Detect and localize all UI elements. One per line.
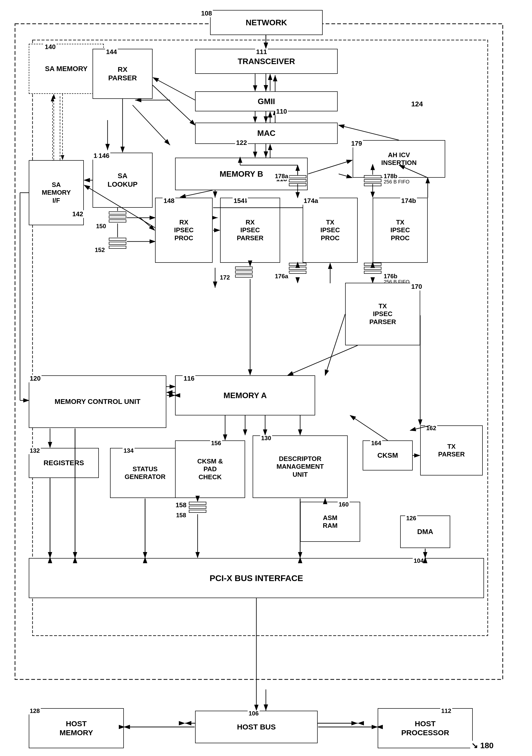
rx-parser-box: RX PARSER <box>92 49 153 99</box>
ref-124: 124 <box>410 100 424 108</box>
registers-ref: 132 <box>29 447 41 454</box>
svg-line-97 <box>308 160 352 174</box>
cksm-pad-box: CKSM & PAD CHECK <box>175 441 245 498</box>
svg-line-69 <box>325 314 345 375</box>
cksm-pad-ref: 156 <box>210 440 222 447</box>
tx-ipsec-parser-box: TX IPSEC PARSER <box>345 283 420 345</box>
fifo-176b <box>364 263 381 274</box>
status-gen-ref: 134 <box>123 447 135 454</box>
fifo-178b-sub: 256 B FIFO <box>383 179 411 185</box>
rx-parser-ref: 144 <box>105 48 118 56</box>
network-ref: 108 <box>200 10 213 17</box>
mac-ref: 122 <box>235 139 248 147</box>
fifo-178b <box>364 175 381 186</box>
host-memory-ref: 128 <box>29 708 41 715</box>
dma-ref: 126 <box>405 515 417 522</box>
mac-box: MAC <box>195 122 338 144</box>
asm-ram-ref: 160 <box>338 501 350 508</box>
fifo-158 <box>189 502 206 513</box>
sa-memory-if-ref: 142 <box>71 210 84 218</box>
fifo-178a-label: 178a <box>274 173 289 180</box>
fifo-150 <box>109 211 126 223</box>
tx-parser-box: TX PARSER <box>420 425 483 475</box>
diagram-container: NETWORK 108 TRANSCEIVER 111 GMII 110 MAC… <box>0 0 532 756</box>
asm-ram-box: ASM RAM <box>300 502 360 542</box>
memory-control-box: MEMORY CONTROL UNIT <box>29 375 166 428</box>
fifo-172 <box>235 266 253 278</box>
fifo-152-label: 152 <box>94 247 106 254</box>
fifo-176a <box>289 263 306 274</box>
gmii-box: GMII <box>195 91 338 111</box>
svg-line-76 <box>339 125 399 140</box>
svg-line-38 <box>180 190 213 197</box>
pci-bus-ref: 104 <box>413 557 425 564</box>
ah-icv-box: AH ICV INSERTION <box>353 140 445 178</box>
host-processor-box: HOST PROCESSOR <box>378 708 473 748</box>
tx-ipsec-proc-1-box: TX IPSEC PROC <box>303 198 358 263</box>
svg-line-36 <box>140 218 155 230</box>
cksm-ref: 164 <box>370 440 382 447</box>
memory-a-box: MEMORY A <box>175 375 315 416</box>
fifo-150-label: 150 <box>95 223 107 230</box>
ref-148: 148 <box>163 197 175 205</box>
tx-ipsec-proc-2-ref: 174b <box>400 197 417 205</box>
ref-146: 146 <box>97 152 110 160</box>
svg-line-13 <box>133 105 170 145</box>
svg-line-35 <box>153 85 195 125</box>
host-processor-ref: 112 <box>440 708 452 715</box>
ref-158-pos: 158 <box>175 501 187 509</box>
descriptor-mgmt-box: DESCRIPTOR MANAGEMENT UNIT <box>253 435 348 498</box>
status-gen-box: STATUS GENERATOR <box>110 448 180 498</box>
tx-ipsec-proc-1-ref: 174a <box>303 197 319 205</box>
svg-line-94 <box>350 416 388 441</box>
svg-line-42 <box>288 345 358 375</box>
host-bus-ref: 106 <box>248 710 260 717</box>
fifo-176b-label: 176b <box>383 273 398 280</box>
tx-parser-ref: 162 <box>425 425 437 432</box>
rx-ipsec-parser-box: RX IPSEC PARSER <box>220 198 280 263</box>
fifo-178a <box>289 175 306 186</box>
svg-line-77 <box>339 174 352 178</box>
gmii-ref: 110 <box>275 108 288 115</box>
transceiver-ref: 111 <box>255 48 268 56</box>
ref-180: ↘ 180 <box>470 741 494 750</box>
sa-lookup-box: SA LOOKUP <box>92 153 153 208</box>
rx-ipsec-proc-box: RX IPSEC PROC <box>155 198 213 263</box>
ah-icv-ref: 179 <box>350 140 363 148</box>
tx-ipsec-parser-ref: 170 <box>410 283 423 290</box>
memory-a-ref: 116 <box>183 375 195 382</box>
memory-control-ref: 120 <box>29 375 41 382</box>
ref-154: 154 <box>233 197 245 205</box>
fifo-172-label: 172 <box>219 274 231 281</box>
descriptor-mgmt-ref: 130 <box>260 435 272 442</box>
fifo-158-label: 158 <box>175 512 187 519</box>
svg-line-33 <box>153 78 195 100</box>
network-box: NETWORK <box>210 10 323 35</box>
host-memory-box: HOST MEMORY <box>29 708 124 748</box>
tx-ipsec-proc-2-box: TX IPSEC PROC <box>373 198 428 263</box>
sa-memory-ref: 140 <box>44 43 57 51</box>
fifo-178b-label: 178b <box>383 173 398 180</box>
fifo-176a-label: 176a <box>274 273 289 280</box>
fifo-152 <box>109 238 126 249</box>
